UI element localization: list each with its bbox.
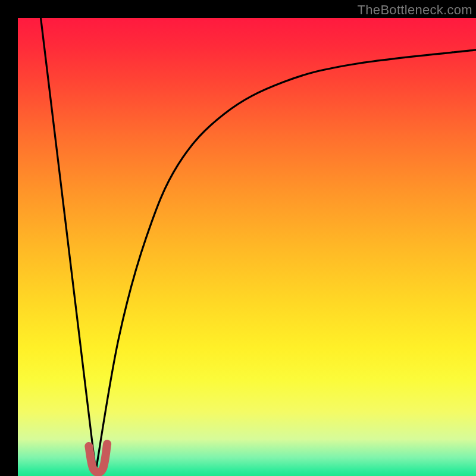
- plot-area: [18, 18, 476, 476]
- curve-layer: [18, 18, 476, 476]
- watermark-text: TheBottleneck.com: [358, 2, 472, 18]
- bottleneck-curve: [41, 18, 477, 471]
- chart-frame: TheBottleneck.com: [0, 0, 476, 476]
